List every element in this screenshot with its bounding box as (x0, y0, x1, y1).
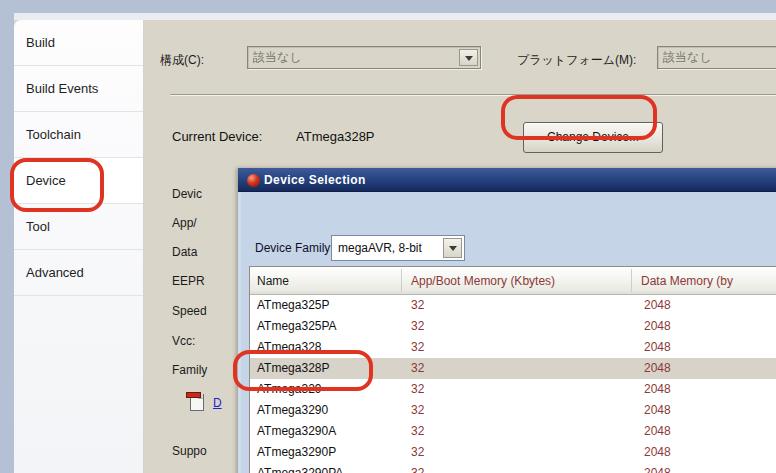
data-memory-cell: 2048 (644, 340, 671, 354)
data-memory-cell: 2048 (644, 361, 671, 375)
device-family-label: Device Family: (255, 241, 334, 255)
platform-combobox[interactable]: 該当なし (657, 46, 776, 69)
data-memory-cell: 2048 (644, 424, 671, 438)
column-header-app-boot-memory[interactable]: App/Boot Memory (Kbytes) (411, 274, 555, 288)
device-name-cell: ATmega328P (257, 361, 330, 375)
device-table: Name App/Boot Memory (Kbytes) Data Memor… (249, 266, 776, 473)
device-name-cell: ATmega328 (257, 340, 321, 354)
device-field-label: Devic (172, 187, 202, 201)
device-icon (247, 174, 260, 187)
vcc-field-label: Vcc: (172, 334, 195, 348)
device-name-cell: ATmega329 (257, 382, 321, 396)
configuration-label: 構成(C): (160, 52, 204, 69)
app-memory-cell: 32 (411, 361, 424, 375)
chevron-down-icon[interactable] (443, 238, 462, 258)
speed-field-label: Speed (172, 304, 207, 318)
device-family-combobox[interactable]: megaAVR, 8-bit (331, 235, 465, 261)
table-row[interactable]: ATmega325P 32 2048 (250, 295, 776, 316)
datasheet-icon-red-bar (186, 392, 201, 398)
app-memory-cell: 32 (411, 298, 424, 312)
data-memory-cell: 2048 (644, 382, 671, 396)
app-memory-cell: 32 (411, 445, 424, 459)
dialog-title: Device Selection (264, 168, 366, 192)
window-left-strip (0, 13, 14, 473)
device-name-cell: ATmega3290A (257, 424, 336, 438)
device-name-cell: ATmega325P (257, 298, 330, 312)
app-memory-field-label: App/ (172, 216, 197, 230)
tab-toolchain[interactable]: Toolchain (14, 112, 143, 158)
data-memory-cell: 2048 (644, 298, 671, 312)
change-device-button[interactable]: Change Device... (523, 122, 663, 153)
platform-label: プラットフォーム(M): (517, 52, 636, 69)
app-memory-cell: 32 (411, 340, 424, 354)
table-row[interactable]: ATmega3290P 32 2048 (250, 442, 776, 463)
device-name-cell: ATmega3290PA (257, 466, 343, 473)
device-name-cell: ATmega3290P (257, 445, 336, 459)
data-memory-cell: 2048 (644, 445, 671, 459)
table-row[interactable]: ATmega328 32 2048 (250, 337, 776, 358)
column-header-name[interactable]: Name (257, 274, 289, 288)
app-memory-cell: 32 (411, 403, 424, 417)
table-row[interactable]: ATmega329 32 2048 (250, 379, 776, 400)
table-row[interactable]: ATmega325PA 32 2048 (250, 316, 776, 337)
project-properties-window: 構成(C): 該当なし プラットフォーム(M): 該当なし Current De… (0, 0, 776, 473)
table-row-selected-atmega328p[interactable]: ATmega328P 32 2048 (250, 358, 776, 379)
device-name-cell: ATmega325PA (257, 319, 337, 333)
app-memory-cell: 32 (411, 319, 424, 333)
table-row[interactable]: ATmega3290 32 2048 (250, 400, 776, 421)
properties-tab-strip: Build Build Events Toolchain Device Tool… (14, 20, 144, 473)
section-separator (170, 94, 776, 96)
dialog-body: Device Family: megaAVR, 8-bit Name App/B… (238, 192, 776, 473)
data-memory-cell: 2048 (644, 466, 671, 473)
datasheet-icon (186, 390, 207, 412)
column-header-data-memory[interactable]: Data Memory (by (641, 274, 733, 288)
dialog-titlebar[interactable]: Device Selection (238, 168, 776, 192)
tab-device[interactable]: Device (14, 158, 143, 204)
supported-tools-label: Suppo (172, 444, 207, 458)
data-memory-cell: 2048 (644, 319, 671, 333)
data-memory-field-label: Data (172, 245, 197, 259)
app-memory-cell: 32 (411, 466, 424, 473)
data-memory-cell: 2048 (644, 403, 671, 417)
chevron-down-icon[interactable] (459, 49, 478, 66)
family-field-label: Family (172, 363, 207, 377)
configuration-combobox[interactable]: 該当なし (247, 46, 481, 69)
column-separator (401, 269, 402, 292)
window-top-strip (0, 0, 776, 13)
column-separator (631, 269, 632, 292)
device-family-value: megaAVR, 8-bit (338, 241, 422, 255)
tab-tool[interactable]: Tool (14, 204, 143, 250)
table-row[interactable]: ATmega3290A 32 2048 (250, 421, 776, 442)
current-device-value: ATmega328P (296, 129, 375, 144)
table-row[interactable]: ATmega3290PA 32 2048 (250, 463, 776, 473)
app-memory-cell: 32 (411, 424, 424, 438)
datasheet-link[interactable]: D (213, 396, 222, 410)
tab-build-events[interactable]: Build Events (14, 66, 143, 112)
current-device-label: Current Device: (172, 129, 262, 144)
configuration-value: 該当なし (253, 50, 302, 64)
device-name-cell: ATmega3290 (257, 403, 328, 417)
tab-build[interactable]: Build (14, 20, 143, 66)
tab-advanced[interactable]: Advanced (14, 250, 143, 296)
app-memory-cell: 32 (411, 382, 424, 396)
device-selection-dialog: Device Selection Device Family: megaAVR,… (238, 168, 776, 473)
device-table-header[interactable]: Name App/Boot Memory (Kbytes) Data Memor… (250, 267, 776, 295)
platform-value: 該当なし (663, 50, 712, 64)
eeprom-field-label: EEPR (172, 274, 205, 288)
